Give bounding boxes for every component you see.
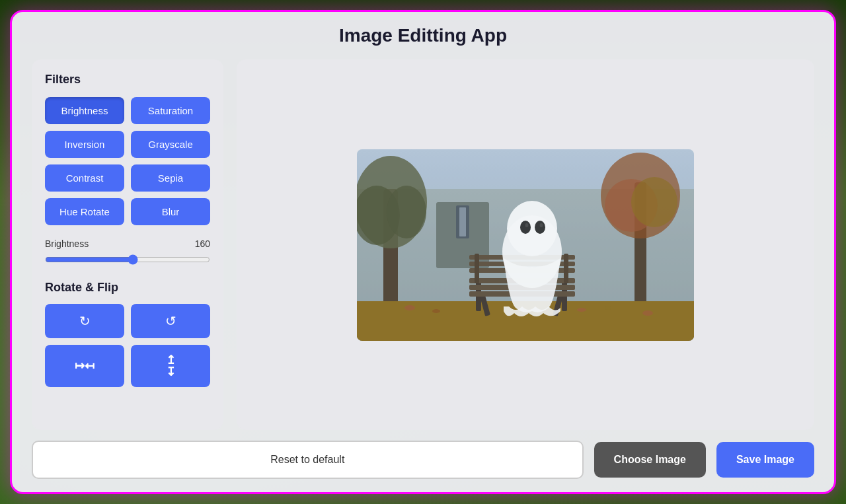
flip-vertical-icon: ↥↧	[166, 354, 176, 378]
flip-vertical-button[interactable]: ↥↧	[131, 345, 210, 387]
app-title: Image Editting App	[32, 25, 814, 46]
svg-rect-39	[357, 149, 694, 341]
main-content: Filters Brightness Saturation Inversion …	[32, 59, 814, 430]
flip-horizontal-icon: ↦↤	[75, 359, 95, 373]
reset-button[interactable]: Reset to default	[32, 441, 584, 479]
rotate-flip-title: Rotate & Flip	[45, 281, 210, 295]
filter-btn-sepia[interactable]: Sepia	[131, 164, 210, 192]
preview-img-container	[237, 59, 814, 430]
brightness-slider[interactable]	[45, 254, 210, 265]
rotate-flip-section: Rotate & Flip ↻ ↺ ↦↤ ↥↧	[45, 281, 210, 387]
filter-btn-brightness[interactable]: Brightness	[45, 97, 124, 124]
slider-value: 160	[195, 238, 210, 249]
filters-panel: Filters Brightness Saturation Inversion …	[32, 59, 223, 430]
filter-btn-blur[interactable]: Blur	[131, 198, 210, 225]
filter-btn-hue-rotate[interactable]: Hue Rotate	[45, 198, 124, 225]
app-container: Image Editting App Filters Brightness Sa…	[10, 10, 836, 494]
slider-header: Brightness 160	[45, 238, 210, 249]
preview-image	[357, 149, 694, 341]
rotate-right-icon: ↺	[165, 313, 176, 329]
filter-buttons-grid: Brightness Saturation Inversion Grayscal…	[45, 97, 210, 225]
rotate-left-icon: ↻	[79, 313, 91, 329]
filter-btn-inversion[interactable]: Inversion	[45, 131, 124, 158]
filter-btn-contrast[interactable]: Contrast	[45, 164, 124, 192]
filters-title: Filters	[45, 73, 210, 87]
rotate-right-button[interactable]: ↺	[131, 304, 210, 338]
rotate-left-button[interactable]: ↻	[45, 304, 124, 338]
filter-btn-grayscale[interactable]: Grayscale	[131, 131, 210, 158]
filter-btn-saturation[interactable]: Saturation	[131, 97, 210, 124]
choose-image-button[interactable]: Choose Image	[594, 442, 706, 478]
save-image-button[interactable]: Save Image	[716, 442, 814, 478]
slider-label: Brightness	[45, 238, 89, 249]
image-preview	[237, 59, 814, 430]
flip-horizontal-button[interactable]: ↦↤	[45, 345, 124, 387]
bottom-actions: Reset to default Choose Image Save Image	[32, 441, 814, 479]
rotate-flip-grid: ↻ ↺ ↦↤ ↥↧	[45, 304, 210, 387]
slider-section: Brightness 160	[45, 238, 210, 268]
